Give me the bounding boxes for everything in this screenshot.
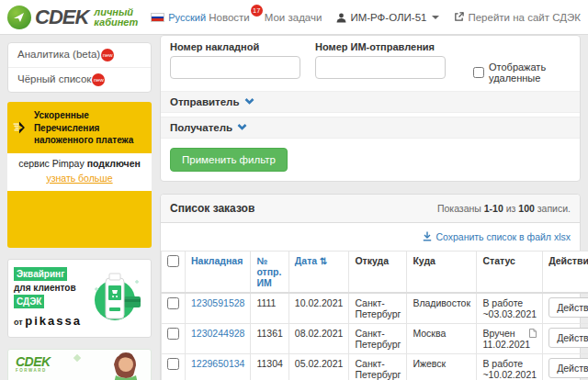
from-cell: Санкт-Петербург <box>349 293 407 324</box>
orders-panel-header: Список заказов Показаны 1-10 из 100 запи… <box>161 195 580 223</box>
main-content: Номер накладной Номер ИМ-отправления Ото… <box>160 35 581 380</box>
user-icon <box>336 13 346 23</box>
column-to: Куда <box>407 251 477 294</box>
news-count-badge: 17 <box>251 5 263 17</box>
sidebar-menu: Аналитика (beta)new Чёрный списокnew <box>7 42 152 93</box>
row-action-button[interactable]: Действие <box>548 297 588 318</box>
orders-title: Список заказов <box>170 202 254 215</box>
orders-table: Накладная № отпр. ИМ Дата ⇅ Откуда Куда … <box>161 251 588 380</box>
russian-flag-icon <box>151 13 164 22</box>
brand-subtitle: личныйкабинет <box>94 7 138 28</box>
to-cell: Владивосток <box>407 293 477 324</box>
cdek-logo[interactable]: CDEK личныйкабинет <box>7 6 138 29</box>
receiver-section-toggle[interactable]: Получатель <box>161 117 580 139</box>
status-cell: В работе ~10.02.2021 <box>477 354 543 380</box>
from-cell: Санкт-Петербург <box>349 324 407 354</box>
language-label: Русский <box>168 12 206 23</box>
go-to-site-link[interactable]: Перейти на сайт СДЭК <box>454 12 581 23</box>
chevron-down-icon <box>432 16 439 19</box>
invoice-number-input[interactable] <box>170 56 300 79</box>
select-all-checkbox[interactable] <box>167 255 179 267</box>
table-row: 1230244928 11361 08.02.2021 Санкт-Петерб… <box>162 324 588 354</box>
orders-table-body: 1230591528 1111 10.02.2021 Санкт-Петербу… <box>162 293 588 380</box>
im-number-input[interactable] <box>315 56 446 79</box>
from-cell: Санкт-Петербург <box>349 354 407 380</box>
invoice-link[interactable]: 1230591528 <box>186 293 251 324</box>
sender-section-toggle[interactable]: Отправитель <box>161 91 580 113</box>
external-link-icon <box>454 12 464 22</box>
show-deleted-checkbox[interactable]: Отображать удаленные <box>473 61 571 84</box>
cdek-logo-icon <box>7 6 31 29</box>
pikassa-brand: pikassa <box>25 314 82 328</box>
chevron-down-icon <box>237 124 247 131</box>
to-cell: Ижевск <box>407 354 477 380</box>
show-deleted-input[interactable] <box>473 67 484 78</box>
user-menu[interactable]: ИМ-РФ-ОЛИ-51 <box>336 12 439 23</box>
im-number-cell: 11361 <box>251 324 288 354</box>
forward-text: Сервис для быстрой доставки ваших покупо… <box>16 376 100 380</box>
row-action-button[interactable]: Действие <box>548 328 588 348</box>
date-cell: 08.02.2021 <box>288 324 349 354</box>
status-cell: В работе ~03.03.2021 <box>477 293 543 324</box>
sidebar-item-analytics[interactable]: Аналитика (beta)new <box>8 43 151 67</box>
invoice-number-label: Номер накладной <box>170 41 300 52</box>
date-cell: 05.02.2021 <box>288 354 349 380</box>
column-im[interactable]: № отпр. ИМ <box>251 251 288 294</box>
table-row: 1229650134 11304 05.02.2021 Санкт-Петерб… <box>162 354 588 380</box>
top-nav: Новости 17 Мои задачи ИМ-РФ-ОЛИ-51 Перей… <box>209 12 581 23</box>
column-from: Откуда <box>349 251 407 294</box>
pimpay-banner[interactable]: Ускоренные Перечисления наложенного плат… <box>7 102 152 248</box>
nav-my-tasks[interactable]: Мои задачи <box>265 12 322 23</box>
apply-filter-button[interactable]: Применить фильтр <box>170 148 288 172</box>
pimpay-banner-bottom <box>7 191 152 248</box>
im-number-label: Номер ИМ-отправления <box>315 41 446 52</box>
to-cell: Москва <box>407 324 477 354</box>
row-checkbox[interactable] <box>167 297 179 309</box>
row-checkbox[interactable] <box>167 358 179 370</box>
date-cell: 10.02.2021 <box>288 293 349 324</box>
document-icon[interactable] <box>529 329 537 338</box>
export-xlsx-link[interactable]: Сохранить список в файл xlsx <box>423 231 571 242</box>
fast-arrow-icon <box>13 114 28 141</box>
new-badge: new <box>101 49 114 61</box>
filter-panel: Номер накладной Номер ИМ-отправления Ото… <box>160 35 581 182</box>
invoice-number-field: Номер накладной <box>170 41 300 79</box>
orders-panel: Список заказов Показаны 1-10 из 100 запи… <box>160 194 581 380</box>
column-invoice[interactable]: Накладная <box>186 251 251 294</box>
sidebar: Аналитика (beta)new Чёрный списокnew Уск… <box>7 42 152 380</box>
pimpay-status: сервис Pimpay подключен <box>11 158 148 169</box>
pimpay-learn-more-link[interactable]: узнать больше <box>46 173 112 184</box>
sort-icon: ⇅ <box>320 256 327 266</box>
invoice-link[interactable]: 1229650134 <box>186 354 251 380</box>
status-cell: Вручен 11.02.2021 <box>477 324 543 354</box>
invoice-link[interactable]: 1230244928 <box>186 324 251 354</box>
download-icon <box>423 231 432 241</box>
column-date[interactable]: Дата ⇅ <box>288 251 349 294</box>
brand-name: CDEK <box>35 6 88 29</box>
pikassa-text: Эквайринг для клиентов СДЭК от pikassa <box>14 267 82 330</box>
column-status: Статус <box>477 251 543 294</box>
pagination-summary: Показаны 1-10 из 100 записи. <box>437 203 571 214</box>
cdek-forward-banner[interactable]: CDEK FORWARD Сервис для быстрой доставки… <box>7 349 152 380</box>
im-number-cell: 1111 <box>251 293 288 324</box>
shopper-illustration <box>101 352 149 380</box>
sidebar-item-blacklist[interactable]: Чёрный списокnew <box>8 67 151 92</box>
row-checkbox[interactable] <box>167 328 179 340</box>
row-action-button[interactable]: Действие <box>548 358 588 378</box>
language-switcher[interactable]: Русский <box>151 12 206 23</box>
nav-news[interactable]: Новости 17 <box>209 12 250 23</box>
pos-terminal-illustration <box>87 273 144 324</box>
im-number-cell: 11304 <box>251 354 288 380</box>
table-header-row: Накладная № отпр. ИМ Дата ⇅ Откуда Куда … <box>162 251 588 294</box>
pikassa-banner[interactable]: Эквайринг для клиентов СДЭК от pikassa <box>7 259 152 339</box>
table-row: 1230591528 1111 10.02.2021 Санкт-Петербу… <box>162 293 588 324</box>
chevron-down-icon <box>244 98 254 106</box>
new-badge: new <box>92 73 105 86</box>
pimpay-title: Ускоренные Перечисления наложенного плат… <box>34 109 146 147</box>
top-header: CDEK личныйкабинет Русский Новости 17 Мо… <box>0 0 588 35</box>
column-action: Действие <box>543 251 588 294</box>
im-number-field: Номер ИМ-отправления <box>315 41 446 79</box>
